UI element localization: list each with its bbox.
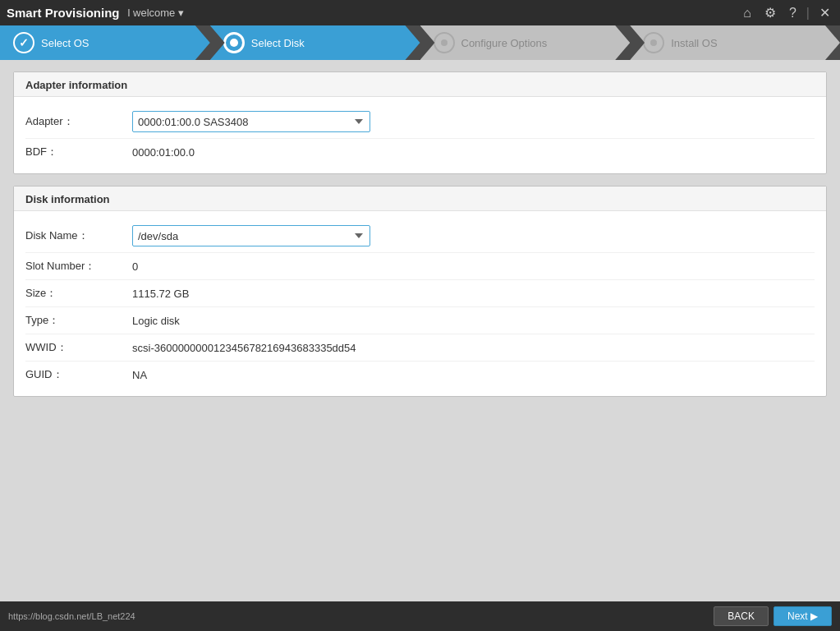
titlebar-left: Smart Provisioning l welcome ▾: [7, 6, 184, 20]
wizard-bar: ✓ Select OS Select Disk Configure Option…: [0, 25, 840, 60]
bottom-url: https://blog.csdn.net/LB_net224: [8, 611, 135, 621]
wizard-step-select-os[interactable]: ✓ Select OS: [0, 25, 210, 60]
adapter-section: Adapter information Adapter： 0000:01:00.…: [13, 71, 827, 174]
slot-number-row: Slot Number： 0: [25, 253, 815, 280]
step-label-install-os: Install OS: [671, 37, 717, 49]
home-icon[interactable]: ⌂: [740, 4, 755, 22]
disk-section-header: Disk information: [14, 187, 826, 211]
guid-row: GUID： NA: [25, 362, 815, 388]
close-icon[interactable]: ✕: [816, 3, 833, 22]
bottom-buttons: BACK Next ▶: [714, 606, 832, 626]
step-label-configure-options: Configure Options: [461, 37, 548, 49]
main-content: Adapter information Adapter： 0000:01:00.…: [0, 60, 840, 601]
titlebar-icons: ⌂ ⚙ ? | ✕: [740, 3, 833, 22]
step-inner-dot: [230, 39, 238, 47]
size-value: 1115.72 GB: [132, 288, 189, 300]
bdf-label: BDF：: [25, 145, 132, 159]
user-label: l welcome: [128, 7, 176, 19]
adapter-select[interactable]: 0000:01:00.0 SAS3408: [132, 111, 370, 132]
slot-number-label: Slot Number：: [25, 259, 132, 274]
disk-name-select[interactable]: /dev/sda: [132, 225, 370, 246]
wizard-step-install-os: Install OS: [630, 25, 840, 60]
guid-label: GUID：: [25, 367, 132, 382]
wwid-value: scsi-360000000012345678216943683335dd54: [132, 342, 356, 354]
wizard-step-configure-options: Configure Options: [420, 25, 631, 60]
next-button[interactable]: Next ▶: [773, 606, 832, 626]
disk-section: Disk information Disk Name： /dev/sda Slo…: [13, 186, 827, 397]
wwid-label: WWID：: [25, 340, 132, 355]
disk-name-row: Disk Name： /dev/sda: [25, 219, 815, 253]
wizard-step-select-disk[interactable]: Select Disk: [210, 25, 420, 60]
disk-name-label: Disk Name：: [25, 228, 132, 243]
titlebar: Smart Provisioning l welcome ▾ ⌂ ⚙ ? | ✕: [0, 0, 840, 25]
slot-number-value: 0: [132, 260, 138, 273]
adapter-section-header: Adapter information: [14, 72, 826, 97]
step-content-select-os: ✓ Select OS: [0, 25, 103, 60]
guid-value: NA: [132, 369, 147, 381]
adapter-label: Adapter：: [25, 114, 132, 129]
bottom-bar: https://blog.csdn.net/LB_net224 BACK Nex…: [0, 601, 840, 631]
user-menu[interactable]: l welcome ▾: [128, 7, 185, 19]
wizard-steps: ✓ Select OS Select Disk Configure Option…: [0, 25, 840, 60]
step-inner-dot-configure: [441, 39, 448, 46]
divider: |: [806, 6, 810, 21]
app-title: Smart Provisioning: [7, 6, 120, 20]
back-button[interactable]: BACK: [714, 606, 769, 626]
step-inner-dot-install: [650, 39, 657, 46]
bdf-value: 0000:01:00.0: [132, 146, 195, 159]
type-row: Type： Logic disk: [25, 307, 815, 334]
step-circle-configure: [434, 32, 455, 53]
type-label: Type：: [25, 313, 132, 328]
check-icon: ✓: [19, 36, 29, 49]
step-content-select-disk: Select Disk: [210, 25, 318, 60]
settings-icon[interactable]: ⚙: [761, 3, 779, 22]
chevron-down-icon: ▾: [178, 7, 184, 19]
step-circle-install: [643, 32, 664, 53]
adapter-row: Adapter： 0000:01:00.0 SAS3408: [25, 105, 815, 139]
step-content-install-os: Install OS: [630, 25, 730, 60]
step-content-configure-options: Configure Options: [420, 25, 561, 60]
size-label: Size：: [25, 286, 132, 301]
step-label-select-os: Select OS: [41, 37, 90, 49]
help-icon[interactable]: ?: [786, 4, 800, 22]
size-row: Size： 1115.72 GB: [25, 280, 815, 307]
step-label-select-disk: Select Disk: [251, 37, 305, 49]
wwid-row: WWID： scsi-36000000001234567821694368333…: [25, 334, 815, 362]
step-circle-select-os: ✓: [13, 32, 34, 53]
bdf-row: BDF： 0000:01:00.0: [25, 139, 815, 165]
type-value: Logic disk: [132, 315, 180, 327]
step-circle-select-disk: [223, 32, 245, 53]
disk-section-body: Disk Name： /dev/sda Slot Number： 0 Size：…: [14, 211, 826, 396]
adapter-section-body: Adapter： 0000:01:00.0 SAS3408 BDF： 0000:…: [14, 97, 826, 173]
